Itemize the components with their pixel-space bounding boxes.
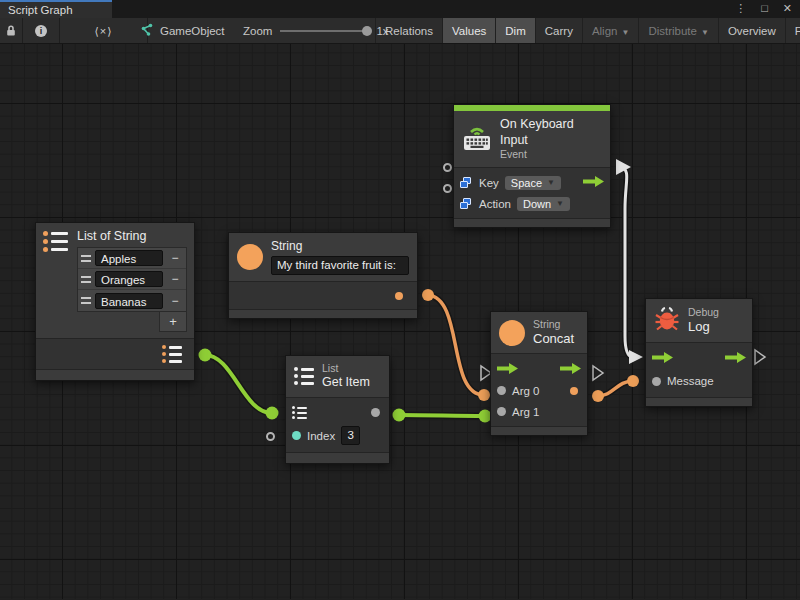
index-input-port[interactable]: [292, 431, 301, 440]
action-dropdown[interactable]: Down▼: [517, 197, 570, 211]
flow-in-arrow[interactable]: [652, 352, 673, 365]
message-input-port[interactable]: [652, 377, 661, 386]
lock-button[interactable]: [0, 18, 23, 44]
list-input-port[interactable]: [292, 406, 307, 419]
distribute-dropdown[interactable]: Distribute▼: [638, 18, 718, 44]
node-concat[interactable]: String Concat Arg 0 Arg 1: [490, 311, 588, 436]
node-string-literal[interactable]: String My third favorite fruit is:: [228, 232, 418, 319]
string-icon: [237, 244, 263, 270]
wire-concat-to-message: [598, 381, 633, 396]
port-key-unconnected[interactable]: [443, 163, 452, 172]
node-title: List of String: [77, 229, 187, 243]
align-dropdown[interactable]: Align▼: [582, 18, 639, 44]
action-port-label: Action: [479, 198, 511, 210]
list-item-field[interactable]: Apples: [95, 250, 163, 266]
fullscreen-button[interactable]: Full Screen: [785, 18, 800, 44]
wire-end-arrow: [629, 350, 643, 364]
string-output-port[interactable]: [395, 292, 403, 300]
list-item-field[interactable]: Bananas: [95, 293, 163, 309]
index-label: Index: [307, 430, 335, 442]
string-value-field[interactable]: My third favorite fruit is:: [271, 256, 409, 275]
drag-handle-icon[interactable]: [81, 276, 91, 283]
graph-toolbar: i ⟨×⟩ GameObject Zoom 1x Relations Value…: [0, 18, 800, 44]
node-category: Debug: [688, 306, 719, 319]
node-header[interactable]: List Get Item: [286, 356, 389, 398]
wire-getitem-to-concat: [399, 415, 485, 416]
tab-title: Script Graph: [8, 4, 73, 16]
wire-string-to-concat: [428, 295, 484, 395]
node-header[interactable]: String My third favorite fruit is:: [229, 233, 417, 282]
node-debug-log[interactable]: Debug Log Message: [645, 298, 753, 407]
result-output-port[interactable]: [570, 387, 578, 395]
message-label: Message: [667, 375, 714, 387]
dim-button[interactable]: Dim: [495, 18, 534, 44]
node-category: String: [533, 318, 574, 331]
node-header[interactable]: Debug Log: [646, 299, 752, 343]
drag-handle-icon[interactable]: [81, 255, 91, 262]
node-footer: [646, 397, 752, 406]
graph-icon: [138, 23, 153, 39]
remove-item-button[interactable]: −: [167, 251, 183, 265]
window-titlebar: Script Graph ⋮ □ ✕: [0, 0, 800, 18]
key-dropdown[interactable]: Space▼: [505, 176, 561, 190]
list-item-field[interactable]: Oranges: [95, 271, 163, 287]
arg0-label: Arg 0: [512, 385, 540, 397]
tab-script-graph[interactable]: Script Graph: [0, 0, 112, 18]
node-header[interactable]: String Concat: [491, 312, 587, 354]
window-menu-icon[interactable]: ⋮: [735, 2, 746, 15]
chevron-down-icon: ▼: [547, 178, 555, 187]
code-icon: ⟨×⟩: [94, 25, 112, 38]
node-get-item[interactable]: List Get Item Index 3: [285, 355, 390, 464]
node-footer: [491, 426, 587, 435]
chevron-down-icon: ▼: [556, 199, 564, 208]
list-item-row: Oranges −: [78, 269, 186, 290]
node-on-keyboard-input[interactable]: On Keyboard Input Event Key Space▼ Actio…: [453, 104, 611, 228]
port-index-unconnected[interactable]: [266, 432, 275, 441]
port-action-unconnected[interactable]: [443, 184, 452, 193]
flow-in-arrow[interactable]: [497, 363, 518, 376]
flow-indicator-log-right: [755, 350, 765, 364]
values-button[interactable]: Values: [442, 18, 495, 44]
graph-owner[interactable]: GameObject: [128, 18, 235, 44]
node-footer: [229, 309, 417, 318]
wire-keyboard-to-log: [621, 167, 632, 357]
window-maximize-icon[interactable]: □: [761, 2, 768, 15]
overview-button[interactable]: Overview: [718, 18, 785, 44]
list-item-row: Bananas −: [78, 290, 186, 311]
node-footer: [36, 369, 194, 380]
drag-handle-icon[interactable]: [81, 297, 91, 304]
arg1-input-port[interactable]: [497, 407, 506, 416]
graph-canvas[interactable]: On Keyboard Input Event Key Space▼ Actio…: [0, 44, 800, 599]
add-item-button[interactable]: +: [159, 312, 187, 332]
node-category: List: [322, 362, 370, 375]
info-button[interactable]: i: [23, 18, 60, 44]
variable-icon: [460, 198, 473, 210]
zoom-slider[interactable]: [280, 30, 368, 32]
list-editor: Apples − Oranges − Bananas −: [77, 247, 187, 312]
node-header[interactable]: On Keyboard Input Event: [454, 111, 610, 168]
flow-indicator-concat-right: [593, 366, 603, 380]
list-output-port[interactable]: [162, 345, 182, 363]
flow-out-arrow[interactable]: [560, 363, 581, 376]
info-icon: i: [35, 25, 47, 37]
flow-out-arrow[interactable]: [583, 176, 604, 189]
remove-item-button[interactable]: −: [167, 294, 183, 308]
node-list-of-string[interactable]: List of String Apples − Oranges −: [35, 222, 195, 381]
lock-icon: [5, 24, 17, 39]
item-output-port[interactable]: [371, 408, 380, 417]
remove-item-button[interactable]: −: [167, 272, 183, 286]
node-footer: [454, 218, 610, 227]
node-title: Get Item: [322, 375, 370, 391]
window-close-icon[interactable]: ✕: [783, 2, 792, 15]
flow-out-arrow[interactable]: [725, 352, 746, 365]
variable-icon: [460, 177, 473, 189]
carry-button[interactable]: Carry: [535, 18, 582, 44]
arg0-input-port[interactable]: [497, 386, 506, 395]
wire-list-to-getitem: [205, 355, 272, 413]
zoom-slider-handle[interactable]: [362, 26, 372, 36]
relations-button[interactable]: Relations: [375, 18, 442, 44]
list-icon: [43, 231, 68, 252]
index-value-field[interactable]: 3: [341, 426, 360, 445]
node-title: On Keyboard Input: [500, 117, 602, 148]
node-subtitle: Event: [500, 148, 602, 161]
